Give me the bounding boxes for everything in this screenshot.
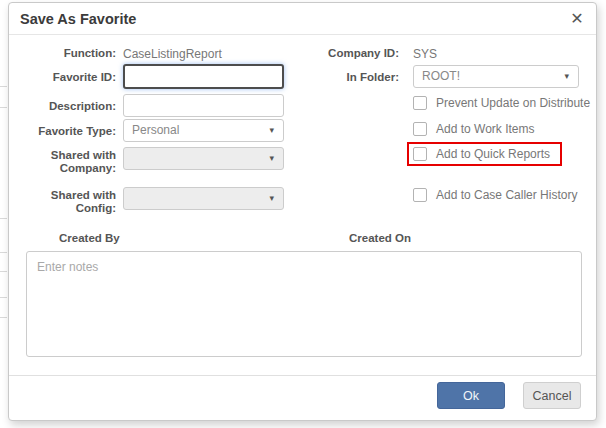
created-by-label: Created By	[59, 232, 120, 244]
in-folder-selected-value: ROOT!	[422, 69, 460, 83]
background-artifact	[0, 297, 7, 298]
favorite-type-label: Favorite Type:	[16, 125, 116, 138]
shared-with-company-select[interactable]: ▾	[123, 147, 284, 170]
prevent-update-checkbox-row[interactable]: Prevent Update on Distribute	[413, 96, 590, 110]
footer-divider	[9, 375, 596, 376]
cancel-button[interactable]: Cancel	[523, 382, 581, 409]
shared-with-config-select[interactable]: ▾	[123, 187, 284, 210]
shared-with-company-label: Shared with Company:	[16, 149, 116, 175]
dialog-title: Save As Favorite	[20, 11, 136, 27]
add-to-work-items-label: Add to Work Items	[436, 122, 534, 136]
chevron-down-icon: ▾	[564, 66, 569, 87]
background-artifact	[0, 317, 7, 318]
chevron-down-icon: ▾	[269, 148, 274, 169]
description-label: Description:	[16, 100, 116, 113]
favorite-type-select[interactable]: Personal ▾	[123, 119, 284, 142]
add-to-quick-reports-checkbox[interactable]	[413, 147, 427, 161]
background-artifact	[0, 107, 7, 108]
close-icon[interactable]: ✕	[567, 9, 587, 29]
add-to-work-items-checkbox-row[interactable]: Add to Work Items	[413, 122, 534, 136]
background-artifact	[0, 252, 7, 253]
in-folder-label: In Folder:	[299, 71, 399, 84]
in-folder-select[interactable]: ROOT! ▾	[413, 65, 579, 88]
company-id-label: Company ID:	[299, 47, 399, 60]
function-label: Function:	[16, 47, 116, 60]
add-to-case-caller-history-checkbox[interactable]	[413, 188, 427, 202]
save-as-favorite-dialog: Save As Favorite ✕ Function: CaseListing…	[8, 2, 597, 421]
function-value: CaseListingReport	[123, 47, 222, 61]
add-to-case-caller-history-label: Add to Case Caller History	[436, 188, 577, 202]
favorite-id-input[interactable]	[123, 64, 284, 89]
favorite-id-label: Favorite ID:	[16, 71, 116, 84]
add-to-quick-reports-label: Add to Quick Reports	[436, 147, 550, 161]
favorite-type-selected-value: Personal	[132, 123, 179, 137]
shared-with-config-label: Shared with Config:	[16, 189, 116, 215]
background-artifact	[0, 86, 7, 87]
background-artifact	[0, 218, 7, 219]
company-id-value: SYS	[413, 47, 437, 61]
prevent-update-label: Prevent Update on Distribute	[436, 96, 590, 110]
background-artifact	[0, 271, 7, 272]
notes-textarea[interactable]	[26, 251, 582, 357]
add-to-work-items-checkbox[interactable]	[413, 122, 427, 136]
prevent-update-checkbox[interactable]	[413, 96, 427, 110]
chevron-down-icon: ▾	[269, 188, 274, 209]
created-on-label: Created On	[349, 232, 411, 244]
chevron-down-icon: ▾	[269, 120, 274, 141]
ok-button[interactable]: Ok	[437, 382, 505, 409]
dialog-header: Save As Favorite ✕	[9, 3, 596, 35]
description-input[interactable]	[123, 94, 284, 117]
add-to-case-caller-history-checkbox-row[interactable]: Add to Case Caller History	[413, 188, 577, 202]
add-to-quick-reports-highlight[interactable]: Add to Quick Reports	[407, 142, 562, 166]
screen: Save As Favorite ✕ Function: CaseListing…	[0, 0, 606, 428]
